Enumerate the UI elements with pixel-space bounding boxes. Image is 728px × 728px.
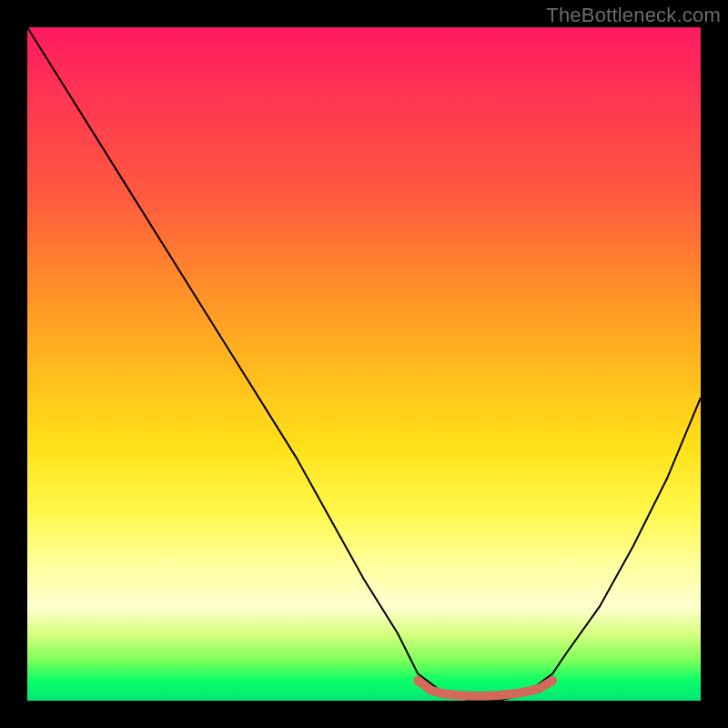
chart-frame: TheBottleneck.com [0,0,728,728]
optimal-zone-marker-line [418,681,552,696]
bottleneck-curve-line [27,27,701,701]
chart-svg [27,27,701,701]
watermark-text: TheBottleneck.com [546,4,721,27]
chart-plot-area [27,27,701,701]
